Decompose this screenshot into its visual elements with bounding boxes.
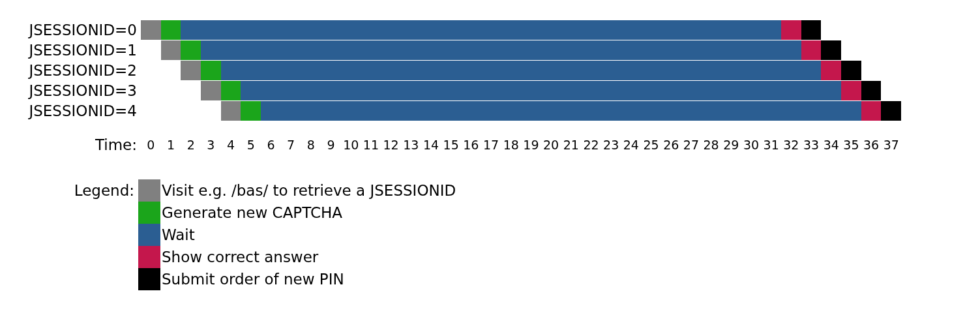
cell-wait — [441, 40, 461, 60]
cell-wait — [601, 81, 621, 100]
time-tick: 31 — [761, 138, 781, 152]
time-tick: 33 — [801, 138, 822, 152]
cell-wait — [601, 20, 621, 40]
cell-submit — [841, 61, 861, 80]
cell-visit — [221, 101, 241, 121]
time-tick: 24 — [621, 138, 642, 152]
cell-wait — [381, 20, 401, 40]
cell-wait — [281, 61, 301, 80]
cell-wait — [781, 40, 801, 60]
cell-captcha — [221, 81, 241, 100]
cell-submit — [821, 40, 841, 60]
cell-wait — [261, 61, 281, 80]
cell-captcha — [241, 101, 261, 121]
timeline-row: JSESSIONID=2 — [13, 60, 967, 80]
cell-wait — [361, 61, 381, 80]
time-tick: 9 — [321, 138, 341, 152]
time-tick: 14 — [421, 138, 441, 152]
cell-wait — [581, 61, 601, 80]
cell-empty — [841, 40, 861, 60]
cell-wait — [261, 101, 281, 121]
cell-wait — [701, 20, 721, 40]
cell-wait — [721, 20, 741, 40]
time-tick: 11 — [361, 138, 381, 152]
cell-wait — [401, 40, 421, 60]
time-tick: 27 — [681, 138, 702, 152]
time-tick: 32 — [781, 138, 801, 152]
legend-row: Wait — [13, 224, 967, 246]
cell-wait — [301, 81, 321, 100]
cell-answer — [781, 20, 801, 40]
cell-wait — [521, 20, 541, 40]
cell-wait — [381, 61, 401, 80]
cell-wait — [461, 20, 481, 40]
cell-answer — [801, 40, 822, 60]
time-tick: 15 — [441, 138, 461, 152]
cell-captcha — [201, 61, 221, 80]
cell-empty — [141, 81, 161, 100]
cell-wait — [701, 61, 721, 80]
cell-wait — [581, 20, 601, 40]
row-label: JSESSIONID=4 — [13, 102, 141, 119]
time-tick: 13 — [401, 138, 421, 152]
cell-wait — [681, 61, 702, 80]
cell-wait — [661, 20, 681, 40]
legend-row: Submit order of new PIN — [13, 268, 967, 290]
cell-wait — [621, 40, 642, 60]
cell-wait — [381, 40, 401, 60]
cell-wait — [401, 61, 421, 80]
cell-wait — [741, 61, 762, 80]
cell-wait — [741, 40, 762, 60]
cell-wait — [581, 81, 601, 100]
cell-empty — [861, 61, 882, 80]
cell-wait — [341, 20, 361, 40]
cell-wait — [781, 101, 801, 121]
cell-wait — [241, 61, 261, 80]
cell-wait — [601, 101, 621, 121]
cell-wait — [581, 101, 601, 121]
cell-wait — [561, 81, 581, 100]
cell-empty — [881, 81, 901, 100]
cell-empty — [161, 101, 181, 121]
cell-wait — [221, 20, 241, 40]
time-tick: 0 — [141, 138, 161, 152]
cell-wait — [461, 40, 481, 60]
cell-empty — [141, 40, 161, 60]
cell-wait — [421, 81, 441, 100]
cell-wait — [421, 101, 441, 121]
legend-text: Wait — [160, 226, 195, 243]
cell-wait — [321, 40, 341, 60]
legend-row: Show correct answer — [13, 246, 967, 268]
cell-wait — [301, 40, 321, 60]
cell-empty — [181, 81, 201, 100]
time-tick: 34 — [821, 138, 841, 152]
cell-wait — [741, 81, 762, 100]
cell-wait — [761, 101, 781, 121]
cell-wait — [621, 20, 642, 40]
cell-wait — [681, 20, 702, 40]
cell-wait — [221, 40, 241, 60]
cell-wait — [341, 61, 361, 80]
cell-answer — [861, 101, 882, 121]
cell-wait — [801, 101, 822, 121]
cell-empty — [861, 40, 882, 60]
cell-wait — [341, 101, 361, 121]
row-label: JSESSIONID=0 — [13, 22, 141, 38]
legend-swatch-wait — [138, 224, 160, 246]
cell-wait — [341, 40, 361, 60]
time-tick: 17 — [481, 138, 501, 152]
session-timeline-chart: JSESSIONID=0JSESSIONID=1JSESSIONID=2JSES… — [0, 0, 980, 303]
time-tick: 3 — [201, 138, 221, 152]
cell-captcha — [161, 20, 181, 40]
cell-wait — [641, 40, 661, 60]
cell-empty — [881, 61, 901, 80]
cell-wait — [241, 20, 261, 40]
cell-empty — [841, 20, 861, 40]
cell-wait — [281, 20, 301, 40]
cell-wait — [301, 20, 321, 40]
cell-wait — [381, 81, 401, 100]
cell-wait — [521, 61, 541, 80]
legend: Legend:Visit e.g. /bas/ to retrieve a JS… — [13, 179, 967, 290]
legend-row: Legend:Visit e.g. /bas/ to retrieve a JS… — [13, 179, 967, 202]
cell-wait — [521, 101, 541, 121]
